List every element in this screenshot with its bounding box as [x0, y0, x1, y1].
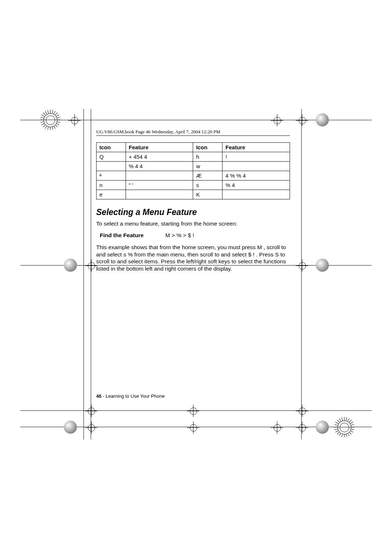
cell-icon: ª	[97, 171, 126, 181]
register-mark-icon	[296, 405, 308, 417]
register-mark-icon	[271, 114, 283, 126]
icon-feature-table: Icon Feature Icon Feature Q + 454 4 h ! …	[96, 142, 290, 199]
page-footer: 46 - Learning to Use Your Phone	[96, 393, 165, 399]
register-mark-icon	[187, 405, 199, 417]
section-title: Selecting a Menu Feature	[96, 207, 290, 217]
footer-chapter: - Learning to Use Your Phone	[101, 393, 164, 399]
page-body: UG.V80.GSM.book Page 46 Wednesday, April…	[96, 129, 290, 272]
shaded-ball-icon	[316, 113, 329, 126]
cell-icon: s	[193, 181, 222, 190]
col-header-feature: Feature	[126, 143, 193, 152]
table-header-row: Icon Feature Icon Feature	[97, 143, 290, 152]
cell-icon: e	[97, 190, 126, 199]
cell-icon: Q	[97, 152, 126, 162]
cell-icon: K	[193, 190, 222, 199]
cell-icon: w	[193, 162, 222, 171]
frame-bottom-line-1	[20, 410, 372, 411]
frame-left-line-2	[91, 109, 91, 439]
cell-feature	[222, 162, 290, 171]
cell-icon	[97, 162, 126, 171]
shaded-ball-icon	[316, 259, 329, 272]
register-mark-icon	[187, 421, 199, 434]
register-mark-icon	[296, 114, 308, 126]
table-row: ª Æ 4 % % 4	[97, 171, 290, 181]
register-mark-icon	[296, 421, 308, 434]
register-mark-icon	[271, 421, 283, 434]
page-header-line: UG.V80.GSM.book Page 46 Wednesday, April…	[96, 129, 290, 136]
frame-right-line	[301, 109, 302, 439]
table-row: e K	[97, 190, 290, 199]
cell-feature: " '	[126, 181, 193, 190]
shaded-ball-icon	[316, 421, 329, 434]
cell-feature: % 4	[222, 181, 290, 190]
table-row: n " ' s % 4	[97, 181, 290, 190]
table-row: Q + 454 4 h !	[97, 152, 290, 162]
register-mark-icon	[85, 259, 97, 272]
shaded-ball-icon	[64, 421, 77, 434]
cell-feature: % 4 4	[126, 162, 193, 171]
find-the-feature-row: Find the Feature M > % > $ !	[100, 232, 290, 239]
col-header-icon: Icon	[97, 143, 126, 152]
cell-feature: !	[222, 152, 290, 162]
find-label: Find the Feature	[100, 232, 144, 239]
col-header-icon: Icon	[193, 143, 222, 152]
col-header-feature: Feature	[222, 143, 290, 152]
register-mark-icon	[296, 259, 308, 272]
cell-feature: + 454 4	[126, 152, 193, 162]
cell-icon: Æ	[193, 171, 222, 181]
cell-icon: h	[193, 152, 222, 162]
starburst-icon	[334, 417, 354, 437]
cell-feature: 4 % % 4	[222, 171, 290, 181]
frame-left-line-1	[83, 109, 84, 439]
table-row: % 4 4 w	[97, 162, 290, 171]
shaded-ball-icon	[64, 259, 77, 272]
find-path: M > % > $ !	[166, 232, 194, 239]
intro-text: To select a menu feature, starting from …	[96, 220, 290, 227]
register-mark-icon	[85, 421, 97, 434]
cell-icon: n	[97, 181, 126, 190]
register-mark-icon	[68, 114, 81, 126]
cell-feature	[126, 190, 193, 199]
cell-feature	[126, 171, 193, 181]
register-mark-icon	[85, 405, 97, 417]
page-number: 46	[96, 393, 101, 399]
cell-feature	[222, 190, 290, 199]
example-paragraph: This example shows that from the home sc…	[96, 244, 290, 272]
